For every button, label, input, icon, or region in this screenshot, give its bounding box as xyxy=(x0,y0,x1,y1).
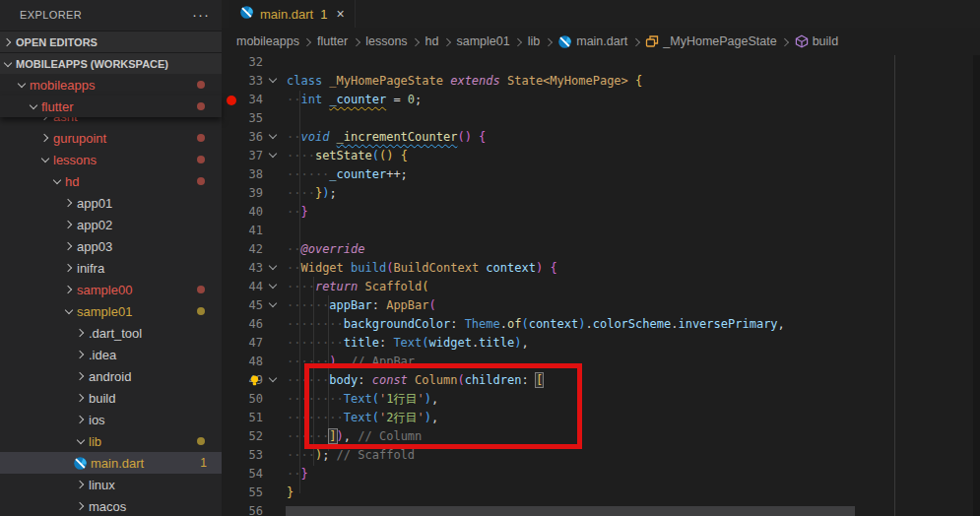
code-line-41[interactable]: 41 xyxy=(222,222,980,240)
workspace-section[interactable]: MOBILEAPPS (WORKSPACE) xyxy=(0,52,222,76)
code-line-39[interactable]: 39····}); xyxy=(222,184,980,203)
tree-item-build[interactable]: build xyxy=(0,387,222,409)
chevron-right-icon xyxy=(73,390,89,406)
breadcrumb-item-sample01[interactable]: sample01 xyxy=(457,34,510,48)
code-text: ··void _incrementCounter() { xyxy=(281,128,486,147)
tree-item-sample00[interactable]: sample00 xyxy=(0,279,222,300)
line-number[interactable]: 55 xyxy=(222,484,265,502)
tree-item-android[interactable]: android xyxy=(0,365,222,387)
code-text: ····return Scaffold( xyxy=(281,278,429,296)
tree-item-gurupoint[interactable]: gurupoint xyxy=(0,127,222,149)
tree-item-idea[interactable]: .idea xyxy=(0,344,222,365)
line-number[interactable]: 53 xyxy=(222,446,265,465)
line-number[interactable]: 39 xyxy=(222,184,265,203)
horizontal-scrollbar-thumb[interactable] xyxy=(286,506,855,516)
fold-column xyxy=(265,165,281,184)
tree-item-hd[interactable]: hd xyxy=(0,170,222,192)
breadcrumb-item-hd[interactable]: hd xyxy=(425,34,439,48)
breadcrumb-label: flutter xyxy=(317,34,348,48)
line-number[interactable]: 51 xyxy=(222,409,265,427)
tree-item-label: mobileapps xyxy=(30,78,96,93)
chevron-right-icon xyxy=(73,498,89,514)
open-editors-section[interactable]: OPEN EDITORS xyxy=(0,31,222,53)
fold-column[interactable] xyxy=(265,147,281,165)
breadcrumb-label: sample01 xyxy=(457,34,510,48)
tree-item-inifra[interactable]: inifra xyxy=(0,257,222,279)
line-number[interactable]: 41 xyxy=(222,222,265,240)
line-number[interactable]: 43 xyxy=(222,259,265,278)
breadcrumb-item-lessons[interactable]: lessons xyxy=(365,34,407,48)
line-number[interactable]: 42 xyxy=(222,240,265,259)
tree-item-maindart[interactable]: main.dart1 xyxy=(0,452,222,474)
line-number[interactable]: 54 xyxy=(222,465,265,484)
line-number[interactable]: 45 xyxy=(222,296,265,315)
breadcrumb-item-flutter[interactable]: flutter xyxy=(317,34,348,48)
code-line-55[interactable]: 55} xyxy=(222,484,980,502)
tree-item-app03[interactable]: app03 xyxy=(0,235,222,257)
chevron-down-icon xyxy=(73,433,89,449)
code-line-32[interactable]: 32 xyxy=(222,53,980,72)
code-line-54[interactable]: 54··} xyxy=(222,465,980,484)
line-number[interactable]: 36 xyxy=(222,128,265,147)
dart-file-icon xyxy=(239,5,254,23)
breadcrumb-item-lib[interactable]: lib xyxy=(528,34,541,48)
tree-item-mobileapps[interactable]: mobileapps xyxy=(0,74,222,96)
problem-count-badge: 1 xyxy=(200,456,207,470)
code-line-45[interactable]: 45······appBar: AppBar( xyxy=(222,296,980,315)
tree-item-ios[interactable]: ios xyxy=(0,409,222,430)
tree-item-lib[interactable]: lib xyxy=(0,430,222,452)
more-actions-icon[interactable]: ··· xyxy=(192,10,210,20)
code-line-33[interactable]: 33class _MyHomePageState extends State<M… xyxy=(222,72,980,91)
close-icon[interactable]: × xyxy=(336,6,344,22)
breadcrumb-item-maindart[interactable]: main.dart xyxy=(557,34,627,49)
tree-item-app01[interactable]: app01 xyxy=(0,192,222,214)
problem-dot-red xyxy=(197,81,205,89)
breadcrumb-item-mobileapps[interactable]: mobileapps xyxy=(236,34,299,48)
code-line-42[interactable]: 42··@override xyxy=(222,240,980,259)
chevron-right-icon xyxy=(780,35,792,47)
code-line-38[interactable]: 38······_counter++; xyxy=(222,165,980,184)
tree-item-lessons[interactable]: lessons xyxy=(0,149,222,170)
code-line-40[interactable]: 40··} xyxy=(222,203,980,222)
code-line-37[interactable]: 37····setState(() { xyxy=(222,147,980,165)
fold-column[interactable] xyxy=(265,259,281,278)
tree-item-sample01[interactable]: sample01 xyxy=(0,300,222,322)
tree-item-app02[interactable]: app02 xyxy=(0,214,222,235)
breadcrumb-item-myhomepagestate[interactable]: _MyHomePageState xyxy=(645,34,776,48)
line-number[interactable]: 44 xyxy=(222,278,265,296)
breakpoint-dot[interactable] xyxy=(227,96,236,105)
fold-column[interactable] xyxy=(265,72,281,91)
line-number[interactable]: 50 xyxy=(222,390,265,409)
fold-column[interactable] xyxy=(265,371,281,390)
tree-item-flutter[interactable]: flutter xyxy=(0,96,222,117)
problem-dot-red xyxy=(197,286,205,293)
line-number[interactable]: 48 xyxy=(222,353,265,371)
code-line-35[interactable]: 35 xyxy=(222,109,980,128)
line-number[interactable]: 52 xyxy=(222,427,265,446)
code-line-47[interactable]: 47········title: Text(widget.title), xyxy=(222,334,980,353)
code-line-36[interactable]: 36··void _incrementCounter() { xyxy=(222,128,980,147)
chevron-right-icon xyxy=(302,35,314,47)
line-number[interactable]: 40 xyxy=(222,203,265,222)
line-number[interactable]: 47 xyxy=(222,334,265,353)
fold-column[interactable] xyxy=(265,296,281,315)
line-number[interactable]: 56 xyxy=(222,502,265,516)
fold-column[interactable] xyxy=(265,278,281,296)
fold-column[interactable] xyxy=(265,128,281,147)
line-number[interactable]: 35 xyxy=(222,109,265,128)
line-number[interactable]: 38 xyxy=(222,165,265,184)
vertical-scrollbar[interactable] xyxy=(973,55,980,516)
code-line-34[interactable]: 34··int _counter = 0; xyxy=(222,91,980,109)
tree-item-macos[interactable]: macos xyxy=(0,495,222,516)
tree-item-linux[interactable]: linux xyxy=(0,474,222,495)
line-number[interactable]: 46 xyxy=(222,315,265,334)
line-number[interactable]: 33 xyxy=(222,72,265,91)
code-line-43[interactable]: 43··Widget build(BuildContext context) { xyxy=(222,259,980,278)
line-number[interactable]: 37 xyxy=(222,147,265,165)
code-line-44[interactable]: 44····return Scaffold( xyxy=(222,278,980,296)
tree-item-darttool[interactable]: .dart_tool xyxy=(0,322,222,344)
line-number[interactable]: 32 xyxy=(222,53,265,72)
tab-main-dart[interactable]: main.dart 1 × xyxy=(229,0,356,28)
code-line-46[interactable]: 46········backgroundColor: Theme.of(cont… xyxy=(222,315,980,334)
breadcrumb-item-build[interactable]: build xyxy=(795,34,838,48)
